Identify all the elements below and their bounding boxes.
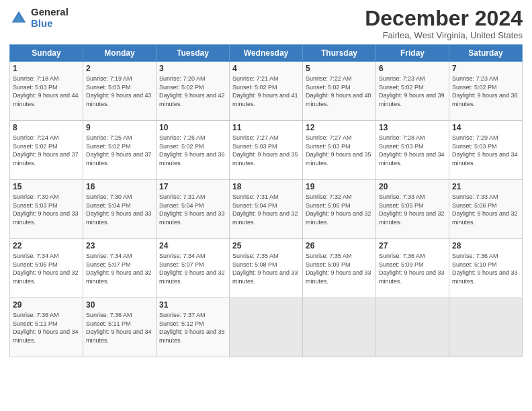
day-info: Sunrise: 7:27 AM Sunset: 5:03 PM Dayligh… bbox=[232, 134, 300, 167]
day-info: Sunrise: 7:28 AM Sunset: 5:03 PM Dayligh… bbox=[379, 134, 446, 167]
sunset-label: Sunset: 5:05 PM bbox=[379, 202, 424, 209]
sunrise-label: Sunrise: 7:33 AM bbox=[452, 193, 498, 200]
calendar-cell: 29 Sunrise: 7:36 AM Sunset: 5:11 PM Dayl… bbox=[10, 298, 83, 357]
day-info: Sunrise: 7:26 AM Sunset: 5:02 PM Dayligh… bbox=[159, 134, 226, 167]
sunset-label: Sunset: 5:03 PM bbox=[13, 84, 58, 91]
week-row-1: 1 Sunrise: 7:18 AM Sunset: 5:03 PM Dayli… bbox=[10, 62, 523, 121]
sunrise-label: Sunrise: 7:27 AM bbox=[232, 134, 279, 141]
calendar-cell: 21 Sunrise: 7:33 AM Sunset: 5:06 PM Dayl… bbox=[449, 180, 523, 239]
day-number: 25 bbox=[232, 241, 300, 250]
day-number: 4 bbox=[232, 64, 300, 73]
day-number: 17 bbox=[159, 182, 226, 191]
sunset-label: Sunset: 5:09 PM bbox=[379, 261, 424, 268]
logo-text: General Blue bbox=[31, 7, 69, 29]
sunrise-label: Sunrise: 7:36 AM bbox=[13, 312, 59, 318]
calendar-cell: 9 Sunrise: 7:25 AM Sunset: 5:02 PM Dayli… bbox=[83, 121, 157, 180]
sunset-label: Sunset: 5:07 PM bbox=[159, 261, 204, 268]
sunset-label: Sunset: 5:07 PM bbox=[86, 261, 131, 268]
logo-blue: Blue bbox=[31, 18, 69, 30]
location: Fairlea, West Virginia, United States bbox=[365, 30, 523, 40]
sunset-label: Sunset: 5:03 PM bbox=[306, 143, 351, 150]
daylight-label: Daylight: 9 hours and 38 minutes. bbox=[452, 92, 518, 107]
day-number: 13 bbox=[379, 123, 446, 132]
daylight-label: Daylight: 9 hours and 33 minutes. bbox=[13, 210, 79, 226]
sunrise-label: Sunrise: 7:27 AM bbox=[306, 134, 352, 141]
sunrise-label: Sunrise: 7:21 AM bbox=[232, 75, 279, 82]
calendar-cell: 6 Sunrise: 7:23 AM Sunset: 5:02 PM Dayli… bbox=[376, 62, 449, 121]
calendar-cell: 26 Sunrise: 7:35 AM Sunset: 5:09 PM Dayl… bbox=[303, 239, 376, 298]
day-number: 9 bbox=[86, 123, 153, 132]
header-saturday: Saturday bbox=[449, 45, 523, 62]
calendar-cell: 8 Sunrise: 7:24 AM Sunset: 5:02 PM Dayli… bbox=[10, 121, 83, 180]
day-info: Sunrise: 7:36 AM Sunset: 5:11 PM Dayligh… bbox=[86, 311, 153, 345]
calendar-header-row: SundayMondayTuesdayWednesdayThursdayFrid… bbox=[10, 45, 523, 62]
day-info: Sunrise: 7:30 AM Sunset: 5:04 PM Dayligh… bbox=[86, 193, 153, 226]
logo-general: General bbox=[31, 7, 69, 18]
day-number: 6 bbox=[379, 64, 446, 73]
page: General Blue December 2024 Fairlea, West… bbox=[0, 0, 532, 411]
calendar-table: SundayMondayTuesdayWednesdayThursdayFrid… bbox=[9, 44, 523, 357]
sunset-label: Sunset: 5:03 PM bbox=[13, 202, 58, 209]
calendar-cell: 3 Sunrise: 7:20 AM Sunset: 5:02 PM Dayli… bbox=[157, 62, 230, 121]
daylight-label: Daylight: 9 hours and 43 minutes. bbox=[86, 92, 152, 107]
calendar-cell: 25 Sunrise: 7:35 AM Sunset: 5:08 PM Dayl… bbox=[230, 239, 303, 298]
sunset-label: Sunset: 5:02 PM bbox=[86, 143, 131, 150]
daylight-label: Daylight: 9 hours and 39 minutes. bbox=[379, 92, 445, 107]
day-info: Sunrise: 7:35 AM Sunset: 5:08 PM Dayligh… bbox=[232, 252, 300, 285]
sunrise-label: Sunrise: 7:28 AM bbox=[379, 134, 425, 141]
daylight-label: Daylight: 9 hours and 44 minutes. bbox=[13, 92, 79, 107]
sunset-label: Sunset: 5:02 PM bbox=[452, 84, 497, 91]
week-row-5: 29 Sunrise: 7:36 AM Sunset: 5:11 PM Dayl… bbox=[10, 298, 523, 357]
calendar-cell: 18 Sunrise: 7:31 AM Sunset: 5:04 PM Dayl… bbox=[230, 180, 303, 239]
daylight-label: Daylight: 9 hours and 34 minutes. bbox=[13, 328, 79, 344]
calendar-cell: 5 Sunrise: 7:22 AM Sunset: 5:02 PM Dayli… bbox=[303, 62, 376, 121]
calendar-cell: 27 Sunrise: 7:36 AM Sunset: 5:09 PM Dayl… bbox=[376, 239, 449, 298]
daylight-label: Daylight: 9 hours and 33 minutes. bbox=[232, 269, 298, 285]
day-info: Sunrise: 7:21 AM Sunset: 5:02 PM Dayligh… bbox=[232, 75, 300, 108]
calendar-cell: 15 Sunrise: 7:30 AM Sunset: 5:03 PM Dayl… bbox=[10, 180, 83, 239]
daylight-label: Daylight: 9 hours and 32 minutes. bbox=[232, 210, 298, 226]
sunset-label: Sunset: 5:03 PM bbox=[452, 143, 497, 150]
daylight-label: Daylight: 9 hours and 32 minutes. bbox=[452, 210, 518, 226]
sunrise-label: Sunrise: 7:36 AM bbox=[452, 253, 498, 259]
day-number: 1 bbox=[13, 64, 80, 73]
sunrise-label: Sunrise: 7:30 AM bbox=[86, 193, 132, 200]
sunrise-label: Sunrise: 7:36 AM bbox=[379, 253, 425, 259]
daylight-label: Daylight: 9 hours and 37 minutes. bbox=[13, 151, 79, 167]
daylight-label: Daylight: 9 hours and 33 minutes. bbox=[452, 269, 518, 285]
sunset-label: Sunset: 5:11 PM bbox=[86, 320, 131, 327]
day-number: 10 bbox=[159, 123, 226, 132]
calendar-cell: 1 Sunrise: 7:18 AM Sunset: 5:03 PM Dayli… bbox=[10, 62, 83, 121]
day-info: Sunrise: 7:31 AM Sunset: 5:04 PM Dayligh… bbox=[232, 193, 300, 226]
day-number: 16 bbox=[86, 182, 153, 191]
day-info: Sunrise: 7:34 AM Sunset: 5:07 PM Dayligh… bbox=[159, 252, 226, 285]
header-tuesday: Tuesday bbox=[157, 45, 230, 62]
day-number: 2 bbox=[86, 64, 153, 73]
sunset-label: Sunset: 5:03 PM bbox=[232, 143, 277, 150]
sunrise-label: Sunrise: 7:33 AM bbox=[379, 193, 425, 200]
day-number: 22 bbox=[13, 241, 80, 250]
sunset-label: Sunset: 5:06 PM bbox=[452, 202, 497, 209]
day-info: Sunrise: 7:33 AM Sunset: 5:05 PM Dayligh… bbox=[379, 193, 446, 226]
daylight-label: Daylight: 9 hours and 40 minutes. bbox=[306, 92, 371, 107]
sunset-label: Sunset: 5:04 PM bbox=[86, 202, 131, 209]
daylight-label: Daylight: 9 hours and 32 minutes. bbox=[86, 269, 152, 285]
day-number: 24 bbox=[159, 241, 226, 250]
sunrise-label: Sunrise: 7:37 AM bbox=[159, 312, 206, 318]
day-number: 8 bbox=[13, 123, 80, 132]
header: General Blue December 2024 Fairlea, West… bbox=[9, 7, 523, 40]
daylight-label: Daylight: 9 hours and 35 minutes. bbox=[232, 151, 298, 167]
calendar-cell: 10 Sunrise: 7:26 AM Sunset: 5:02 PM Dayl… bbox=[157, 121, 230, 180]
day-info: Sunrise: 7:36 AM Sunset: 5:09 PM Dayligh… bbox=[379, 252, 446, 285]
sunrise-label: Sunrise: 7:31 AM bbox=[232, 193, 279, 200]
calendar-cell: 17 Sunrise: 7:31 AM Sunset: 5:04 PM Dayl… bbox=[157, 180, 230, 239]
sunset-label: Sunset: 5:02 PM bbox=[159, 143, 204, 150]
day-info: Sunrise: 7:27 AM Sunset: 5:03 PM Dayligh… bbox=[306, 134, 373, 167]
sunrise-label: Sunrise: 7:35 AM bbox=[232, 253, 279, 259]
calendar-cell: 11 Sunrise: 7:27 AM Sunset: 5:03 PM Dayl… bbox=[230, 121, 303, 180]
sunset-label: Sunset: 5:02 PM bbox=[306, 84, 351, 91]
calendar-cell: 2 Sunrise: 7:19 AM Sunset: 5:03 PM Dayli… bbox=[83, 62, 157, 121]
title-block: December 2024 Fairlea, West Virginia, Un… bbox=[365, 7, 523, 40]
sunset-label: Sunset: 5:02 PM bbox=[379, 84, 424, 91]
day-number: 11 bbox=[232, 123, 300, 132]
